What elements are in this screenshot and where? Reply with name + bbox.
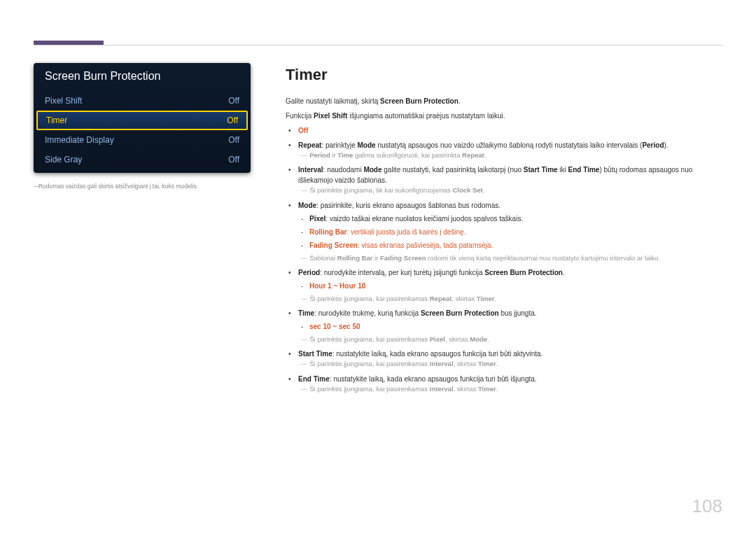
osd-row-side-gray[interactable]: Side Gray Off — [34, 150, 251, 173]
intro-line-1: Galite nustatyti laikmatį, skirtą Screen… — [286, 96, 722, 106]
li-period: Period: nurodykite intervalą, per kurį t… — [298, 267, 722, 304]
left-column: Screen Burn Protection Pixel Shift Off T… — [34, 63, 251, 500]
note-interval-timer-1: Ši parinktis įjungiama, kai pasirenkamas… — [298, 359, 722, 369]
note-pixel-mode: Ši parinktis įjungiama, kai pasirenkamas… — [298, 335, 722, 344]
sub-rolling-bar: Rolling Bar: vertikali juosta juda iš ka… — [309, 227, 722, 237]
li-time: Time: nurodykite trukmę, kurią funkcija … — [298, 308, 722, 344]
intro-line-2: Funkcija Pixel Shift išjungiama automati… — [286, 111, 722, 121]
osd-panel: Screen Burn Protection Pixel Shift Off T… — [34, 63, 251, 173]
osd-label: Timer — [46, 115, 67, 125]
li-end-time: End Time: nustatykite laiką, kada ekrano… — [298, 374, 722, 394]
osd-value: Off — [227, 115, 238, 125]
note-period-time: Period ir Time galima sukonfigūruoti, ka… — [298, 150, 722, 160]
sub-fading-screen: Fading Screen: visas ekranas pašviesėja,… — [309, 240, 722, 251]
page-rule — [34, 45, 722, 45]
li-start-time: Start Time: nustatykite laiką, kada ekra… — [298, 349, 722, 369]
sub-pixel: Pixel: vaizdo taškai ekrane nuolatos kei… — [309, 213, 722, 224]
page-number: 108 — [692, 496, 722, 517]
osd-row-immediate-display[interactable]: Immediate Display Off — [34, 130, 251, 150]
li-off: Off — [298, 125, 722, 136]
osd-value: Off — [228, 135, 239, 145]
section-heading: Timer — [286, 63, 722, 86]
note-templates: Šablonai Rolling Bar ir Fading Screen ro… — [298, 253, 722, 263]
note-repeat-timer: Ši parinktis įjungiama, kai pasirenkamas… — [298, 294, 722, 304]
option-list: Off Repeat: parinktyje Mode nustatytą ap… — [286, 125, 722, 394]
osd-label: Side Gray — [45, 155, 82, 164]
osd-value: Off — [228, 96, 239, 106]
li-repeat: Repeat: parinktyje Mode nustatytą apsaug… — [298, 140, 722, 160]
osd-row-timer[interactable]: Timer Off — [36, 111, 248, 130]
li-mode: Mode: pasirinkite, kuris ekrano apsaugos… — [298, 200, 722, 263]
li-interval: Interval: naudodami Mode galite nustatyt… — [298, 164, 722, 195]
sub-hour-range: Hour 1 ~ Hour 10 — [309, 281, 722, 291]
right-column: Timer Galite nustatyti laikmatį, skirtą … — [286, 63, 722, 500]
osd-value: Off — [228, 155, 239, 164]
left-footnote: Rodomas vaizdas gali skirtis atsižvelgia… — [34, 183, 251, 190]
osd-label: Pixel Shift — [45, 96, 82, 106]
osd-label: Immediate Display — [45, 135, 114, 145]
note-interval-timer-2: Ši parinktis įjungiama, kai pasirenkamas… — [298, 384, 722, 394]
sub-sec-range: sec 10 ~ sec 50 — [309, 321, 722, 332]
page-content: Screen Burn Protection Pixel Shift Off T… — [34, 63, 722, 500]
osd-row-pixel-shift[interactable]: Pixel Shift Off — [34, 91, 251, 111]
osd-title: Screen Burn Protection — [34, 63, 251, 91]
note-clock-set: Ši parinktis įjungiama, tik kai sukonfig… — [298, 185, 722, 195]
